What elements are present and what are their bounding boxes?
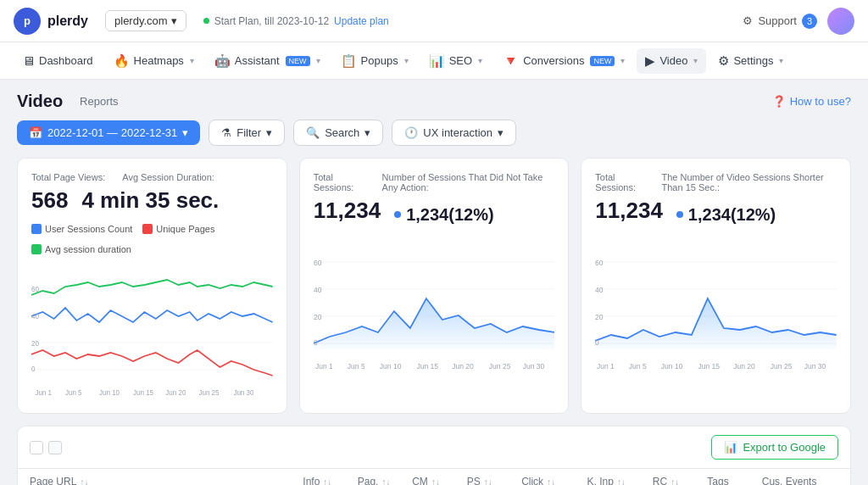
nav-item-dashboard[interactable]: 🖥 Dashboard — [14, 48, 102, 73]
stat-value-avg-duration: 4 min 35 sec. — [81, 187, 219, 214]
sort-icon[interactable]: ↑↓ — [547, 477, 555, 486]
svg-text:0: 0 — [31, 365, 36, 374]
filter-bar: 📅 2022-12-01 — 2022-12-31 ▾ ⚗ Filter ▾ 🔍… — [0, 120, 868, 158]
heatmaps-icon: 🔥 — [114, 53, 130, 69]
popups-icon: 📋 — [341, 53, 357, 69]
svg-text:20: 20 — [595, 312, 604, 321]
svg-text:Jun 20: Jun 20 — [452, 361, 474, 370]
sort-icon[interactable]: ↑↓ — [323, 477, 331, 486]
stat-value-no-action: 1,234(12%) — [394, 205, 493, 225]
chevron-down-icon: ▾ — [364, 126, 370, 139]
sort-icon[interactable]: ↑↓ — [617, 477, 626, 486]
sort-icon[interactable]: ↑↓ — [381, 477, 390, 486]
stat-card-1: Total Page Views: Avg Session Duration: … — [17, 158, 287, 414]
col-header-ps: PS ↑↓ — [467, 476, 521, 485]
legend-item-unique: Unique Pages — [142, 224, 214, 234]
svg-text:Jun 1: Jun 1 — [597, 361, 615, 370]
nav-label-popups: Popups — [361, 54, 398, 67]
stat-label-short-sessions: The Number of Video Sessions Shorter Tha… — [662, 172, 837, 192]
support-label: Support — [758, 14, 797, 27]
search-button[interactable]: 🔍 Search ▾ — [293, 120, 383, 146]
page-header: Video Reports ❓ How to use? — [0, 80, 868, 120]
col-header-rc: RC ↑↓ — [653, 476, 707, 485]
filter-button[interactable]: ⚗ Filter ▾ — [209, 120, 285, 146]
col-header-tags: Tags — [707, 476, 761, 485]
plan-text: Start Plan, till 2023-10-12 — [214, 15, 329, 27]
ux-interaction-button[interactable]: 🕐 UX interaction ▾ — [392, 120, 516, 146]
stat-label-total-sessions-3: Total Sessions: — [595, 172, 644, 192]
select-all-checkbox[interactable] — [30, 441, 43, 454]
stats-grid: Total Page Views: Avg Session Duration: … — [0, 158, 868, 426]
support-button[interactable]: ⚙ Support 3 — [743, 14, 817, 29]
table-section: 📊 Export to Google Page URL ↑↓ Info ↑↓ P… — [17, 426, 851, 485]
sort-icon[interactable]: ↑↓ — [80, 477, 88, 486]
date-range-button[interactable]: 📅 2022-12-01 — 2022-12-31 ▾ — [17, 120, 200, 145]
avatar-image — [827, 8, 854, 35]
nav-item-heatmaps[interactable]: 🔥 Heatmaps ▾ — [105, 48, 203, 74]
nav-item-settings[interactable]: ⚙ Settings ▾ — [709, 48, 792, 74]
chart-1: Jun 1 Jun 5 Jun 10 Jun 15 Jun 20 Jun 25 … — [31, 261, 273, 397]
chevron-down-icon: ▾ — [171, 14, 177, 27]
nav-item-seo[interactable]: 📊 SEO ▾ — [420, 48, 491, 74]
stat-label-no-action: Number of Sessions That Did Not Take Any… — [382, 172, 555, 192]
nav-label-settings: Settings — [733, 54, 773, 67]
sort-icon[interactable]: ↑↓ — [484, 477, 492, 486]
chevron-down-icon: ▾ — [404, 56, 409, 65]
date-range-value: 2022-12-01 — 2022-12-31 — [47, 126, 177, 139]
svg-text:Jun 5: Jun 5 — [629, 361, 647, 370]
legend-label-avg: Avg session duration — [45, 244, 131, 254]
clock-icon: 🕐 — [404, 126, 418, 139]
seo-icon: 📊 — [429, 53, 445, 69]
chart-legend-1: User Sessions Count Unique Pages Avg ses… — [31, 224, 273, 254]
bulk-action-checkbox[interactable] — [48, 441, 62, 454]
filter-icon: ⚗ — [221, 126, 231, 139]
chevron-down-icon: ▾ — [620, 56, 625, 65]
stat-meta-1: Total Page Views: Avg Session Duration: — [31, 172, 273, 182]
svg-text:Jun 25: Jun 25 — [489, 361, 511, 370]
export-google-button[interactable]: 📊 Export to Google — [711, 435, 838, 460]
nav-item-assistant[interactable]: 🤖 Assistant NEW ▾ — [206, 48, 329, 74]
nav-label-video: Video — [659, 54, 687, 67]
sort-icon[interactable]: ↑↓ — [431, 477, 440, 486]
nav-label-conversions: Conversions — [523, 54, 584, 67]
new-badge: NEW — [590, 56, 615, 66]
svg-text:40: 40 — [595, 285, 604, 293]
domain-selector[interactable]: plerdy.com ▾ — [105, 10, 186, 31]
navbar: 🖥 Dashboard 🔥 Heatmaps ▾ 🤖 Assistant NEW… — [0, 42, 868, 80]
svg-text:0: 0 — [314, 337, 318, 346]
svg-text:Jun 10: Jun 10 — [99, 388, 120, 397]
svg-marker-35 — [595, 298, 837, 349]
col-header-click: Click ↑↓ — [521, 476, 587, 485]
tab-reports[interactable]: Reports — [73, 92, 125, 111]
nav-item-conversions[interactable]: 🔻 Conversions NEW ▾ — [494, 48, 633, 74]
topbar-right: ⚙ Support 3 — [743, 8, 854, 35]
stat-meta-2: Total Sessions: Number of Sessions That … — [314, 172, 555, 192]
how-to-use-link[interactable]: ❓ How to use? — [772, 95, 851, 108]
svg-text:40: 40 — [314, 285, 322, 293]
update-plan-link[interactable]: Update plan — [334, 15, 389, 27]
sort-icon[interactable]: ↑↓ — [670, 477, 679, 486]
checkbox-area — [30, 441, 62, 454]
user-avatar[interactable] — [827, 8, 854, 35]
legend-label-unique: Unique Pages — [156, 224, 214, 234]
legend-color-avg — [31, 244, 42, 254]
legend-color-unique — [142, 224, 153, 234]
stat-card-3: Total Sessions: The Number of Video Sess… — [581, 158, 851, 414]
svg-text:Jun 15: Jun 15 — [133, 388, 153, 397]
table-toolbar: 📊 Export to Google — [18, 426, 850, 469]
nav-label-seo: SEO — [449, 54, 472, 67]
nav-item-popups[interactable]: 📋 Popups ▾ — [332, 48, 417, 74]
svg-text:Jun 20: Jun 20 — [734, 361, 756, 370]
stat-card-2: Total Sessions: Number of Sessions That … — [299, 158, 570, 414]
legend-item-sessions: User Sessions Count — [31, 224, 132, 234]
svg-text:Jun 20: Jun 20 — [165, 388, 186, 397]
svg-text:Jun 15: Jun 15 — [698, 361, 721, 370]
chevron-down-icon: ▾ — [693, 56, 698, 65]
svg-text:60: 60 — [31, 285, 39, 294]
svg-text:Jun 10: Jun 10 — [379, 361, 401, 370]
svg-text:20: 20 — [31, 339, 39, 348]
stat-value-total-2: 11,234 — [314, 198, 381, 224]
nav-item-video[interactable]: ▶ Video ▾ — [637, 48, 706, 74]
stat-label-total-sessions-2: Total Sessions: — [314, 172, 365, 192]
chevron-down-icon: ▾ — [478, 56, 482, 65]
